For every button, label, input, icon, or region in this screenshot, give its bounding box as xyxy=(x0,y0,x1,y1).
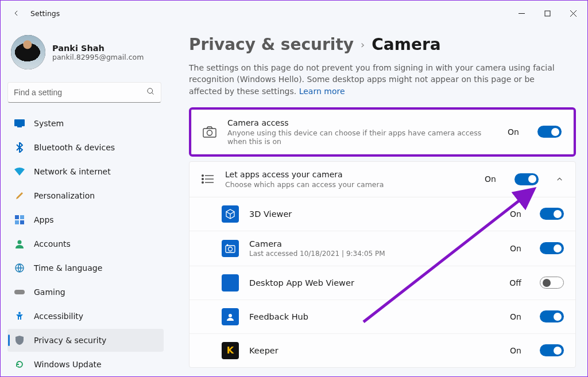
app-row-desktop-web-viewer[interactable]: Desktop App Web Viewer Off xyxy=(189,266,575,300)
toggle-state-label: On xyxy=(510,346,521,355)
back-button[interactable] xyxy=(9,5,25,21)
setting-subtitle: Choose which apps can access your camera xyxy=(225,180,474,189)
system-icon xyxy=(14,118,25,129)
svg-rect-7 xyxy=(17,126,22,127)
sidebar-item-personalization[interactable]: Personalization xyxy=(7,184,164,207)
sidebar-item-label: Privacy & security xyxy=(34,336,106,345)
camera-access-toggle[interactable] xyxy=(537,126,562,138)
sidebar-item-label: Time & language xyxy=(34,263,102,273)
app-toggle[interactable] xyxy=(540,310,564,322)
svg-point-17 xyxy=(207,130,212,135)
svg-point-18 xyxy=(202,175,204,177)
app-name: 3D Viewer xyxy=(249,209,500,219)
sidebar-item-label: Personalization xyxy=(34,191,95,200)
app-name: Keeper xyxy=(249,346,500,355)
apps-access-header[interactable]: Let apps access your camera Choose which… xyxy=(189,162,575,197)
sidebar-item-bluetooth[interactable]: Bluetooth & devices xyxy=(7,136,164,159)
app-icon-3d-viewer xyxy=(222,205,239,223)
minimize-button[interactable] xyxy=(509,5,535,22)
setting-title: Camera access xyxy=(227,118,497,127)
sidebar-item-accessibility[interactable]: Accessibility xyxy=(7,305,164,328)
sidebar-item-label: Apps xyxy=(34,215,54,224)
brush-icon xyxy=(14,191,25,201)
app-subtitle: Last accessed 10/18/2021 | 9:34:05 PM xyxy=(249,250,500,258)
app-name: Feedback Hub xyxy=(249,312,500,321)
sidebar-item-privacy-security[interactable]: Privacy & security xyxy=(7,329,164,352)
annotation-highlight: Camera access Anyone using this device c… xyxy=(189,107,576,157)
learn-more-link[interactable]: Learn more xyxy=(299,87,345,96)
breadcrumb-parent[interactable]: Privacy & security xyxy=(189,35,354,54)
sidebar-item-windows-update[interactable]: Windows Update xyxy=(7,353,164,376)
toggle-state-label: On xyxy=(485,174,496,184)
app-icon-desktop-web-viewer xyxy=(222,274,239,292)
globe-icon xyxy=(14,263,25,273)
accessibility-icon xyxy=(14,311,25,321)
app-icon-camera xyxy=(222,240,239,257)
svg-point-25 xyxy=(229,247,233,251)
app-row-keeper[interactable]: K Keeper On xyxy=(189,333,575,367)
toggle-state-label: On xyxy=(508,127,519,137)
maximize-button[interactable] xyxy=(535,5,560,22)
app-name: Desktop App Web Viewer xyxy=(249,278,499,287)
shield-icon xyxy=(14,335,25,345)
setting-subtitle: Anyone using this device can choose if t… xyxy=(227,129,497,146)
person-icon xyxy=(14,239,25,249)
svg-rect-6 xyxy=(14,119,25,126)
sidebar-item-system[interactable]: System xyxy=(7,112,164,135)
search-box[interactable] xyxy=(7,82,161,103)
sidebar-item-time-language[interactable]: Time & language xyxy=(7,256,164,279)
page-title: Camera xyxy=(372,35,440,54)
app-icon-keeper: K xyxy=(222,342,239,359)
sidebar-item-network[interactable]: Network & internet xyxy=(7,160,164,183)
svg-rect-9 xyxy=(20,215,24,219)
profile-name: Panki Shah xyxy=(52,44,144,53)
bluetooth-icon xyxy=(14,142,25,153)
sidebar-item-gaming[interactable]: Gaming xyxy=(7,281,164,304)
toggle-state-label: On xyxy=(510,244,521,253)
sidebar-item-label: System xyxy=(34,119,64,128)
app-name: Camera xyxy=(249,239,500,248)
window-controls xyxy=(509,5,586,22)
app-toggle[interactable] xyxy=(540,277,564,289)
profile-email: pankil.82995@gmail.com xyxy=(52,53,144,61)
close-button[interactable] xyxy=(560,5,586,22)
sidebar-item-label: Network & internet xyxy=(34,167,111,176)
wifi-icon xyxy=(14,166,25,177)
app-row-3d-viewer[interactable]: 3D Viewer On xyxy=(189,197,575,231)
apps-icon xyxy=(14,215,25,225)
sidebar-item-apps[interactable]: Apps xyxy=(7,208,164,231)
page-description: The settings on this page do not prevent… xyxy=(189,62,562,97)
app-row-feedback-hub[interactable]: Feedback Hub On xyxy=(189,300,575,333)
svg-point-22 xyxy=(202,182,204,184)
app-toggle[interactable] xyxy=(540,208,564,220)
sidebar-item-accounts[interactable]: Accounts xyxy=(7,232,164,255)
svg-point-27 xyxy=(229,314,232,317)
gamepad-icon xyxy=(14,287,25,297)
app-toggle[interactable] xyxy=(540,242,564,254)
camera-icon xyxy=(202,125,217,139)
apps-access-toggle[interactable] xyxy=(514,173,539,185)
app-toggle[interactable] xyxy=(540,344,564,356)
svg-rect-8 xyxy=(15,215,19,219)
profile-block[interactable]: Panki Shah pankil.82995@gmail.com xyxy=(7,33,164,79)
svg-rect-16 xyxy=(203,129,216,137)
chevron-right-icon: › xyxy=(361,38,365,50)
app-row-camera[interactable]: Camera Last accessed 10/18/2021 | 9:34:0… xyxy=(189,231,575,266)
description-text: The settings on this page do not prevent… xyxy=(189,63,555,96)
svg-point-20 xyxy=(202,178,204,180)
window-title: Settings xyxy=(30,9,60,18)
list-icon xyxy=(200,172,215,186)
sidebar: Panki Shah pankil.82995@gmail.com System… xyxy=(1,26,168,376)
sidebar-item-label: Windows Update xyxy=(34,360,102,369)
sidebar-item-label: Bluetooth & devices xyxy=(34,143,115,152)
svg-rect-24 xyxy=(226,246,235,252)
search-input[interactable] xyxy=(14,88,146,97)
svg-point-26 xyxy=(227,244,228,246)
sidebar-item-label: Accounts xyxy=(34,239,71,248)
chevron-up-icon[interactable] xyxy=(555,174,564,184)
nav-list: System Bluetooth & devices Network & int… xyxy=(7,112,164,376)
breadcrumb: Privacy & security › Camera xyxy=(189,35,576,54)
svg-point-4 xyxy=(148,88,153,93)
camera-access-card[interactable]: Camera access Anyone using this device c… xyxy=(191,110,574,154)
svg-point-15 xyxy=(18,312,21,314)
